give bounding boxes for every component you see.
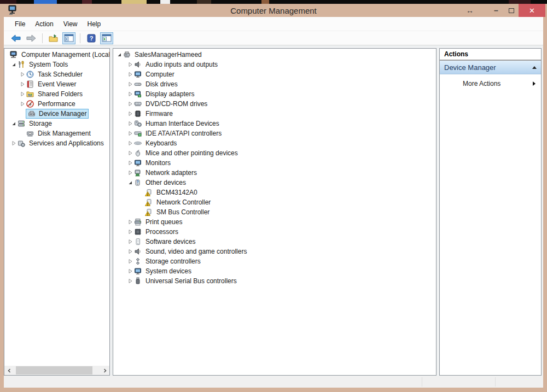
- collapse-icon[interactable]: [10, 120, 17, 127]
- expand-icon[interactable]: [127, 278, 133, 284]
- expander-spacer: [138, 189, 144, 196]
- warning-device-icon: [144, 208, 153, 217]
- menu-file[interactable]: File: [10, 18, 30, 30]
- horizontal-scrollbar[interactable]: [4, 366, 109, 375]
- tree-item-label: Other devices: [144, 178, 187, 187]
- scroll-right-arrow-icon[interactable]: [100, 366, 109, 375]
- tree-item-disk-drives[interactable]: Disk drives: [113, 79, 436, 89]
- tree-item-keyboards[interactable]: Keyboards: [113, 138, 436, 148]
- more-actions-item[interactable]: More Actions: [440, 78, 541, 90]
- tree-item-shared-folders[interactable]: Shared Folders: [4, 89, 109, 99]
- show-action-pane-icon[interactable]: [100, 32, 113, 44]
- back-icon[interactable]: [9, 32, 22, 44]
- tree-item-system-tools[interactable]: System Tools: [4, 60, 109, 69]
- expand-icon[interactable]: [127, 101, 133, 107]
- expand-icon[interactable]: [127, 229, 133, 235]
- expand-icon[interactable]: [19, 91, 26, 97]
- expand-icon[interactable]: [127, 219, 133, 225]
- expand-icon[interactable]: [10, 140, 17, 147]
- tree-item-processors[interactable]: Processors: [113, 227, 436, 237]
- expand-icon[interactable]: [19, 71, 26, 78]
- show-console-tree-icon[interactable]: [62, 32, 75, 44]
- svg-text:?: ?: [90, 35, 94, 42]
- tree-item-software-devices[interactable]: Software devices: [113, 237, 436, 247]
- tree-item-mice-and-other-pointing-devices[interactable]: Mice and other pointing devices: [113, 148, 436, 158]
- tree-item-network-adapters[interactable]: Network adapters: [113, 168, 436, 178]
- collapse-icon[interactable]: [127, 179, 133, 186]
- toolbar-separator: [80, 33, 80, 43]
- tree-item-system-devices[interactable]: System devices: [113, 266, 436, 276]
- tree-item-sm-bus-controller[interactable]: SM Bus Controller: [113, 207, 436, 217]
- tree-item-ide-ata-atapi-controllers[interactable]: IDE ATA/ATAPI controllers: [113, 128, 436, 138]
- help-icon[interactable]: ?: [85, 32, 98, 44]
- tree-item-label: Shared Folders: [37, 90, 84, 98]
- collapse-icon[interactable]: [10, 61, 17, 68]
- tree-item-label: Performance: [37, 100, 77, 108]
- forward-icon[interactable]: [25, 32, 38, 44]
- tree-item-label: Processors: [144, 227, 179, 236]
- expand-icon[interactable]: [127, 248, 133, 255]
- expand-icon[interactable]: [127, 91, 133, 97]
- tree-item-print-queues[interactable]: Print queues: [113, 217, 436, 227]
- scroll-left-arrow-icon[interactable]: [4, 366, 14, 375]
- expand-icon[interactable]: [127, 150, 133, 156]
- tree-item-sound-video-and-game-controllers[interactable]: Sound, video and game controllers: [113, 247, 436, 256]
- tree-item-network-controller[interactable]: Network Controller: [113, 197, 436, 207]
- shared-folders-icon: [26, 90, 34, 98]
- expand-icon[interactable]: [19, 101, 26, 107]
- tree-item-human-interface-devices[interactable]: Human Interface Devices: [113, 119, 436, 128]
- tree-item-storage-controllers[interactable]: Storage controllers: [113, 256, 436, 266]
- menu-view[interactable]: View: [59, 18, 83, 30]
- expand-icon[interactable]: [19, 81, 26, 87]
- expand-icon[interactable]: [127, 238, 133, 245]
- tree-item-storage[interactable]: Storage: [4, 119, 109, 128]
- tree-item-device-manager[interactable]: Device Manager: [4, 109, 109, 119]
- menu-action[interactable]: Action: [30, 18, 58, 30]
- tree-item-universal-serial-bus-controllers[interactable]: Universal Serial Bus controllers: [113, 276, 436, 286]
- expand-icon[interactable]: [127, 61, 133, 68]
- tree-item-performance[interactable]: Performance: [4, 99, 109, 109]
- console-tree: Computer Management (LocalSystem ToolsTa…: [4, 49, 109, 148]
- more-actions-arrow-icon: [533, 81, 536, 86]
- expand-icon[interactable]: [127, 110, 133, 117]
- close-button[interactable]: ✕: [519, 4, 545, 17]
- tree-item-label: Network Controller: [155, 198, 212, 207]
- expand-icon[interactable]: [127, 268, 133, 274]
- tree-item-label: Universal Serial Bus controllers: [144, 277, 238, 285]
- tree-item-audio-inputs-and-outputs[interactable]: Audio inputs and outputs: [113, 60, 436, 69]
- expand-icon[interactable]: [127, 130, 133, 137]
- tree-item-dvd-cd-rom-drives[interactable]: DVD/CD-ROM drives: [113, 99, 436, 109]
- tree-item-disk-management[interactable]: Disk Management: [4, 128, 109, 138]
- tree-item-label: System devices: [144, 267, 193, 276]
- tree-item-bcm43142a0[interactable]: BCM43142A0: [113, 188, 436, 197]
- expand-icon[interactable]: [127, 258, 133, 265]
- network-adapter-icon: [133, 168, 142, 177]
- collapse-icon[interactable]: [116, 51, 123, 58]
- expand-icon[interactable]: [127, 169, 133, 176]
- maximize-button[interactable]: [504, 4, 519, 17]
- export-list-icon[interactable]: [47, 32, 60, 44]
- expand-icon[interactable]: [127, 81, 133, 87]
- menu-help[interactable]: Help: [83, 18, 106, 30]
- restore-arrows-icon[interactable]: ↔: [462, 4, 478, 17]
- tree-item-computer-management-local[interactable]: Computer Management (Local: [4, 50, 109, 60]
- expand-icon[interactable]: [127, 120, 133, 127]
- tree-item-services-and-applications[interactable]: Services and Applications: [4, 138, 109, 148]
- more-actions-label: More Actions: [463, 80, 533, 87]
- expand-icon[interactable]: [127, 71, 133, 78]
- tree-item-computer[interactable]: Computer: [113, 69, 436, 79]
- tree-item-firmware[interactable]: Firmware: [113, 109, 436, 119]
- collapse-section-icon[interactable]: [532, 66, 537, 69]
- expand-icon[interactable]: [127, 160, 133, 166]
- tree-item-event-viewer[interactable]: Event Viewer: [4, 79, 109, 89]
- scrollbar-thumb[interactable]: [16, 366, 92, 375]
- status-bar: [4, 376, 543, 388]
- tree-item-task-scheduler[interactable]: Task Scheduler: [4, 69, 109, 79]
- tree-item-other-devices[interactable]: ?Other devices: [113, 178, 436, 188]
- tree-item-display-adapters[interactable]: Display adapters: [113, 89, 436, 99]
- tree-item-salesmanagerhameed[interactable]: SalesManagerHameed: [113, 50, 436, 60]
- expand-icon[interactable]: [127, 140, 133, 147]
- actions-section-device-manager[interactable]: Device Manager: [440, 61, 541, 74]
- minimize-button[interactable]: –: [488, 4, 504, 17]
- tree-item-monitors[interactable]: Monitors: [113, 158, 436, 168]
